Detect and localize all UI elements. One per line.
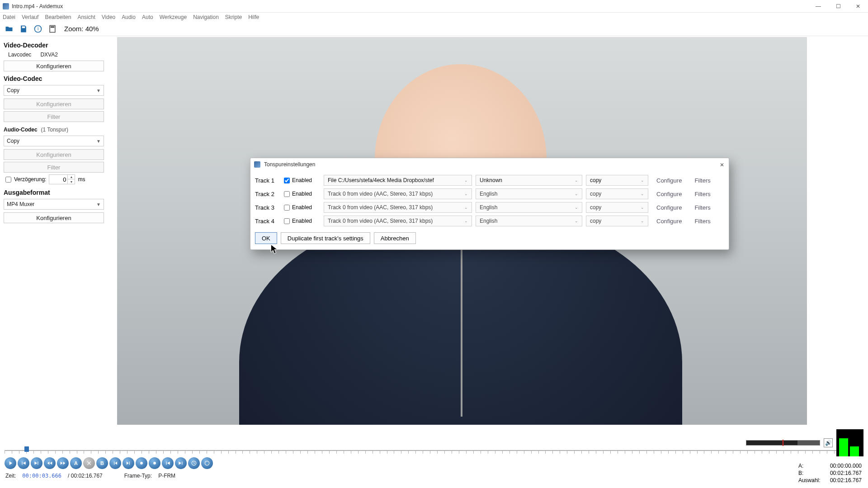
svg-text:i: i — [38, 26, 38, 31]
goto-end-button[interactable] — [175, 457, 187, 469]
track-source-select[interactable]: Track 0 from video (AAC, Stereo, 317 kbp… — [324, 216, 472, 226]
audio-codec-configure-button: Konfigurieren — [4, 149, 104, 160]
chevron-down-icon: ⌄ — [464, 219, 468, 223]
audio-tracks-dialog: Tonspureinstellungen ✕ Track 1 EnabledFi… — [250, 158, 729, 250]
menu-verlauf[interactable]: Verlauf — [22, 14, 38, 20]
track-filters-button[interactable]: Filters — [690, 191, 715, 197]
video-codec-filter-button: Filter — [4, 111, 104, 122]
window-maximize-button[interactable]: ☐ — [828, 0, 848, 13]
transport-bar: A B — [0, 455, 868, 470]
output-format-configure-button[interactable]: Konfigurieren — [4, 212, 104, 223]
window-minimize-button[interactable]: — — [808, 0, 828, 13]
track-codec-select[interactable]: copy⌄ — [586, 216, 648, 226]
track-source-select[interactable]: File C:/Users/stefa/4eck Media Dropbox/s… — [324, 175, 472, 186]
track-language-select[interactable]: Unknown⌄ — [476, 175, 582, 186]
audio-delay-spinner[interactable]: ▲▼ — [49, 174, 75, 184]
play-button[interactable] — [5, 457, 16, 469]
track-row: Track 4 EnabledTrack 0 from video (AAC, … — [255, 214, 724, 228]
enabled-label: Enabled — [292, 218, 312, 224]
goto-time-button[interactable] — [188, 457, 200, 469]
forward-button[interactable] — [57, 457, 69, 469]
rewind-button[interactable] — [44, 457, 56, 469]
menu-skripte[interactable]: Skripte — [225, 14, 242, 20]
audio-meter — [746, 440, 820, 446]
track-enabled-checkbox[interactable]: Enabled — [284, 177, 320, 183]
track-enabled-checkbox[interactable]: Enabled — [284, 191, 320, 197]
audio-codec-select[interactable]: Copy▼ — [4, 136, 104, 146]
mark-a-button[interactable]: A — [70, 457, 82, 469]
chevron-down-icon: ⌄ — [641, 205, 644, 210]
track-row: Track 1 EnabledFile C:/Users/stefa/4eck … — [255, 174, 724, 187]
chevron-down-icon: ⌄ — [641, 178, 644, 183]
output-format-select[interactable]: MP4 Muxer▼ — [4, 199, 104, 210]
spin-up-icon[interactable]: ▲ — [68, 175, 75, 179]
track-configure-button[interactable]: Configure — [652, 218, 686, 225]
clear-marks-button[interactable] — [83, 457, 95, 469]
track-filters-button[interactable]: Filters — [690, 177, 715, 184]
menu-ansicht[interactable]: Ansicht — [77, 14, 95, 20]
mark-b-button[interactable]: B — [96, 457, 108, 469]
track-configure-button[interactable]: Configure — [652, 177, 686, 184]
menu-bearbeiten[interactable]: Bearbeiten — [45, 14, 71, 20]
spin-down-icon[interactable]: ▼ — [68, 179, 75, 184]
prev-black-button[interactable] — [136, 457, 147, 469]
video-codec-select[interactable]: Copy▼ — [4, 85, 104, 96]
menu-hilfe[interactable]: Hilfe — [248, 14, 259, 20]
video-decoder-title: Video-Decoder — [4, 42, 111, 49]
chevron-down-icon: ▼ — [96, 139, 101, 144]
goto-start-button[interactable] — [162, 457, 174, 469]
track-language-select[interactable]: English⌄ — [476, 202, 582, 213]
menu-werkzeuge[interactable]: Werkzeuge — [160, 14, 187, 20]
track-source-select[interactable]: Track 0 from video (AAC, Stereo, 317 kbp… — [324, 188, 472, 199]
toolbar-save-button[interactable] — [18, 23, 29, 34]
dialog-ok-button[interactable]: OK — [255, 232, 277, 244]
dialog-cancel-button[interactable]: Abbrechen — [374, 232, 416, 244]
next-keyframe-button[interactable] — [123, 457, 134, 469]
timeline[interactable] — [5, 446, 863, 455]
dialog-title: Tonspureinstellungen — [264, 161, 315, 168]
dialog-duplicate-button[interactable]: Duplicate first track's settings — [281, 232, 370, 244]
video-decoder-configure-button[interactable]: Konfigurieren — [4, 61, 104, 71]
track-codec-select[interactable]: copy⌄ — [586, 202, 648, 213]
menu-auto[interactable]: Auto — [142, 14, 153, 20]
toolbar-info-button[interactable]: i — [33, 23, 43, 34]
track-filters-button[interactable]: Filters — [690, 218, 715, 225]
audio-delay-checkbox[interactable] — [5, 177, 11, 183]
track-name: Track 1 — [255, 177, 280, 184]
window-close-button[interactable]: ✕ — [848, 0, 868, 13]
audio-delay-input[interactable] — [49, 176, 67, 183]
track-configure-button[interactable]: Configure — [652, 204, 686, 211]
menu-datei[interactable]: Datei — [3, 14, 15, 20]
track-language-select[interactable]: English⌄ — [476, 188, 582, 199]
toolbar-open-button[interactable] — [4, 23, 14, 34]
track-filters-button[interactable]: Filters — [690, 204, 715, 211]
track-enabled-checkbox[interactable]: Enabled — [284, 204, 320, 211]
goto-marker-button[interactable] — [201, 457, 213, 469]
track-language-select[interactable]: English⌄ — [476, 216, 582, 226]
status-bar: Zeit: 00:00:03.666 / 00:02:16.767 Frame-… — [0, 470, 868, 482]
prev-button[interactable] — [18, 457, 29, 469]
menu-video[interactable]: Video — [102, 14, 115, 20]
track-source-select[interactable]: Track 0 from video (AAC, Stereo, 317 kbp… — [324, 202, 472, 213]
speaker-toggle-button[interactable]: 🔊 — [824, 438, 833, 447]
auswahl-label: Auswahl: — [798, 477, 826, 483]
prev-keyframe-button[interactable] — [109, 457, 121, 469]
track-codec-select[interactable]: copy⌄ — [586, 175, 648, 186]
toolbar-calc-button[interactable] — [47, 23, 58, 34]
track-codec-select[interactable]: copy⌄ — [586, 188, 648, 199]
b-label: B: — [798, 470, 826, 476]
track-name: Track 4 — [255, 218, 280, 225]
next-button[interactable] — [31, 457, 42, 469]
audio-delay-unit: ms — [78, 176, 85, 183]
track-configure-button[interactable]: Configure — [652, 191, 686, 197]
dialog-close-button[interactable]: ✕ — [717, 160, 727, 170]
zeit-value[interactable]: 00:00:03.666 — [22, 473, 61, 479]
menu-audio[interactable]: Audio — [122, 14, 136, 20]
timeline-playhead[interactable] — [24, 446, 29, 452]
track-name: Track 3 — [255, 204, 280, 211]
video-codec-title: Video-Codec — [4, 75, 111, 82]
track-enabled-checkbox[interactable]: Enabled — [284, 218, 320, 224]
next-black-button[interactable] — [149, 457, 160, 469]
a-label: A: — [798, 463, 826, 469]
menu-navigation[interactable]: Navigation — [193, 14, 219, 20]
